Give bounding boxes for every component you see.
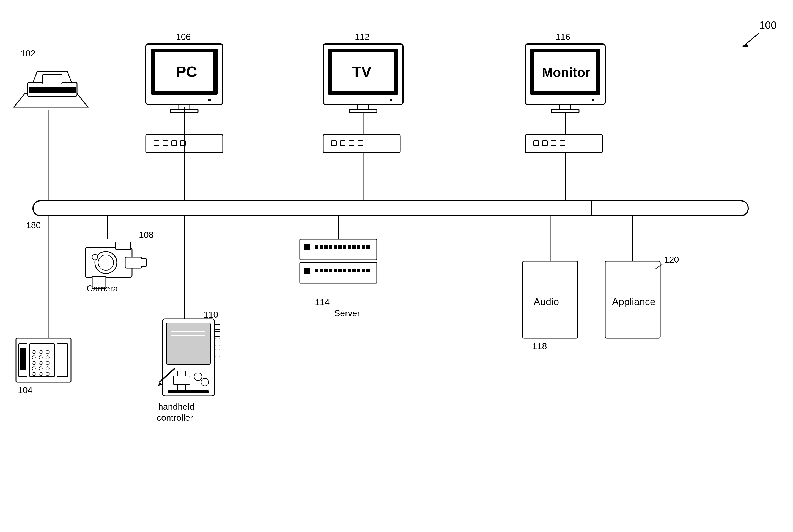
svg-rect-106 [215,324,220,329]
svg-rect-42 [560,141,565,146]
svg-rect-75 [352,269,356,272]
ref-116-label: 116 [556,32,570,42]
svg-point-95 [46,361,49,365]
svg-rect-28 [340,141,345,146]
svg-rect-66 [304,267,310,273]
svg-rect-100 [166,323,210,364]
ref-108-label: 108 [139,230,153,240]
svg-rect-81 [20,348,26,370]
svg-point-97 [46,372,49,376]
ref-118-label: 118 [532,341,547,351]
svg-rect-59 [343,245,346,249]
svg-point-94 [46,356,49,359]
svg-point-113 [194,373,202,381]
svg-rect-25 [390,99,392,101]
svg-rect-110 [215,352,220,357]
svg-marker-105 [158,382,162,386]
svg-rect-51 [300,239,377,260]
svg-rect-53 [315,245,318,249]
camera-label: Camera [87,283,118,293]
svg-rect-37 [592,99,594,101]
svg-point-88 [39,350,42,354]
svg-rect-54 [320,245,323,249]
svg-rect-65 [300,263,377,283]
svg-rect-13 [208,99,211,101]
appliance-label: Appliance [612,296,656,307]
svg-rect-60 [348,245,351,249]
svg-rect-71 [334,269,337,272]
svg-text:PC: PC [176,63,197,80]
svg-rect-82 [30,344,54,377]
svg-rect-78 [366,269,370,272]
svg-point-93 [46,350,49,354]
ref-120-label: 120 [664,254,679,265]
svg-rect-77 [362,269,365,272]
monitor-set-top-box [525,135,602,153]
svg-point-96 [46,367,49,370]
svg-rect-46 [125,257,142,268]
svg-point-83 [32,350,36,354]
svg-rect-76 [357,269,360,272]
audio-label: Audio [534,296,559,307]
handheld-label-1: handheld [158,402,195,412]
svg-point-87 [32,372,36,376]
pc-monitor: PC [146,44,223,113]
svg-point-84 [32,356,36,359]
svg-rect-70 [329,269,332,272]
svg-point-114 [201,378,209,386]
svg-text:Monitor: Monitor [542,65,590,80]
svg-rect-57 [334,245,337,249]
bus-label: 180 [26,220,41,230]
svg-rect-72 [338,269,342,272]
svg-rect-39 [534,141,539,146]
svg-rect-61 [352,245,356,249]
svg-rect-64 [366,245,370,249]
svg-rect-108 [215,338,220,343]
camera-device [85,242,146,289]
diagram-container: 100 180 102 [0,0,793,532]
telephone-device [14,72,88,107]
svg-point-85 [32,361,36,365]
svg-rect-5 [43,74,62,84]
svg-rect-49 [115,242,131,250]
svg-point-92 [39,372,42,376]
handheld-controller [158,319,220,396]
svg-rect-56 [329,245,332,249]
svg-rect-98 [57,344,68,377]
svg-point-50 [92,254,98,260]
svg-text:TV: TV [352,63,372,80]
network-bus [33,201,748,216]
tv-set-top-box [323,135,400,153]
svg-rect-55 [324,245,328,249]
display-monitor: Monitor [525,44,605,113]
svg-point-89 [39,356,42,359]
svg-rect-112 [173,376,190,384]
svg-point-91 [39,367,42,370]
svg-rect-63 [362,245,365,249]
svg-rect-62 [357,245,360,249]
svg-rect-115 [168,391,209,393]
svg-rect-30 [358,141,363,146]
svg-rect-107 [215,331,220,336]
handheld-label-2: controller [157,413,193,422]
server-device [300,239,377,283]
ref-106-label: 106 [176,32,191,42]
svg-rect-47 [141,259,146,267]
phone-device [16,338,71,382]
svg-point-86 [32,367,36,370]
svg-rect-6 [29,87,76,93]
svg-rect-16 [163,141,168,146]
svg-rect-24 [349,110,377,113]
svg-rect-58 [338,245,342,249]
svg-point-90 [39,361,42,365]
ref-102-label: 102 [21,49,35,58]
svg-rect-36 [552,110,579,113]
ref-100-label: 100 [759,20,776,31]
svg-rect-109 [215,345,220,350]
svg-rect-41 [551,141,556,146]
ref-112-label: 112 [355,32,369,42]
svg-point-45 [98,255,114,270]
svg-rect-73 [343,269,346,272]
svg-rect-74 [348,269,351,272]
tv-monitor: TV [323,44,403,113]
